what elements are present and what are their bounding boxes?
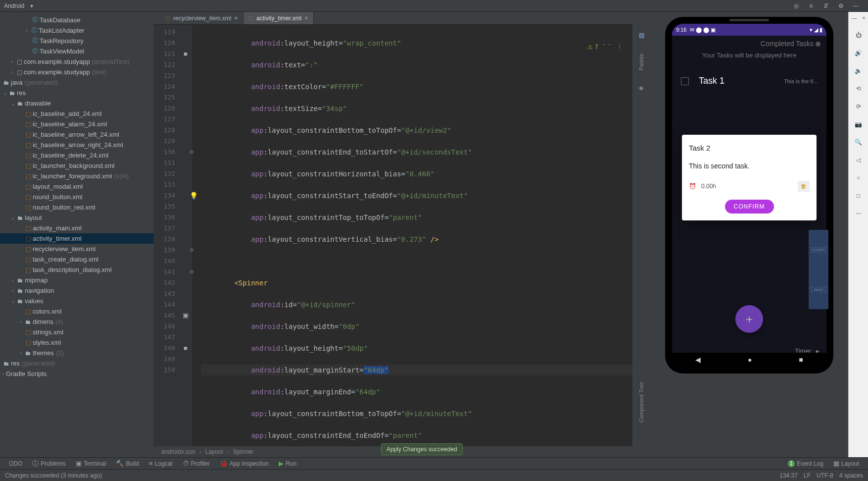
back-icon[interactable]: ◁ [853,155,864,165]
tree-gradle-scripts[interactable]: ›Gradle Scripts [0,369,153,379]
rotate-left-icon[interactable]: ⟲ [853,83,864,94]
home-icon[interactable]: ● [748,356,752,364]
project-tree[interactable]: ⒸTaskDatabase ›ⒸTaskListAdapter ⒸTaskRep… [0,12,153,457]
tree-class-tasklistadapter[interactable]: ›ⒸTaskListAdapter [0,25,153,36]
tool-app-inspection[interactable]: 🐞App Inspection [215,460,274,467]
tool-logcat[interactable]: ≡Logcat [144,460,178,467]
back-icon[interactable]: ◀ [695,356,701,364]
tree-file[interactable]: ⬚recyclerview_item.xml [0,244,153,254]
tree-folder-themes[interactable]: ›🖿themes(2) [0,348,153,358]
tree-file[interactable]: ⬚task_create_dialog.xml [0,254,153,265]
updown-nav-icon[interactable]: ˆ ˇ [603,44,612,51]
tree-file[interactable]: ⬚round_button.xml [0,192,153,202]
line-separator[interactable]: LF [804,472,811,479]
target-icon[interactable]: ◎ [792,1,801,10]
menu-icon[interactable]: ⋮ [617,44,623,51]
layers-icon[interactable]: ▤ [639,32,644,39]
blueprint-preview[interactable]: START view2 [809,230,828,309]
tree-folder-res[interactable]: ⌄🖿res [0,88,153,98]
fold-icon[interactable]: ⊖ [190,147,199,158]
fold-icon[interactable]: ⊖ [190,267,199,277]
tree-file[interactable]: ⬚strings.xml [0,327,153,337]
close-icon[interactable]: × [234,14,238,22]
tree-file[interactable]: ⬚task_description_dialog.xml [0,265,153,275]
tree-file[interactable]: ⬚colors.xml [0,306,153,317]
more-icon[interactable]: ⋯ [853,208,864,219]
tree-file[interactable]: ⬚ic_baseline_delete_24.xml [0,150,153,160]
tree-file[interactable]: ⬚ic_baseline_arrow_right_24.xml [0,140,153,150]
tree-folder-values[interactable]: ⌄🖿values [0,296,153,306]
task-row-1[interactable]: Task 1 This is the fi... [672,71,826,91]
lightbulb-icon[interactable]: 💡 [190,190,199,201]
volume-up-icon[interactable]: 🔊 [853,48,864,58]
home-icon[interactable]: ○ [853,172,864,183]
tree-folder-res-generated[interactable]: 🖿res(generated) [0,358,153,369]
editor-tab-recyclerview[interactable]: ⬚ recyclerview_item.xml × [160,12,243,24]
tree-file[interactable]: ⬚ic_baseline_arrow_left_24.xml [0,129,153,140]
tree-folder-layout[interactable]: ⌄🖿layout [0,213,153,223]
tool-profiler[interactable]: ⏱Profiler [178,460,215,467]
tree-file-selected[interactable]: ⬚activity_timer.xml [0,233,153,244]
tree-folder-dimens[interactable]: ›🖿dimens(4) [0,317,153,327]
tree-file[interactable]: ⬚ic_baseline_alarm_24.xml [0,119,153,129]
tree-package-test[interactable]: ›▢com.example.studyapp(test) [0,67,153,77]
tool-todo[interactable]: ODO [4,460,27,467]
breadcrumb-item[interactable]: Spinner [231,448,255,455]
tree-folder-java-generated[interactable]: 🖿java(generated) [0,77,153,88]
component-tree-tab[interactable]: Component Tree [638,382,644,423]
tool-build[interactable]: 🔨Build [111,460,144,467]
fab-add-button[interactable]: ＋ [735,305,763,333]
tree-folder-mipmap[interactable]: ›🖿mipmap [0,275,153,285]
editor-warnings-badge[interactable]: ⚠ 7 ˆ ˇ ⋮ [587,44,623,51]
tree-file[interactable]: ⬚ic_baseline_add_24.xml [0,108,153,119]
checkbox[interactable] [681,77,689,85]
power-icon[interactable]: ⏻ [853,30,864,41]
minimize-icon[interactable]: — [851,15,857,21]
zoom-in-icon[interactable]: 🔍 [853,137,864,148]
tree-file[interactable]: ⬚layout_modal.xml [0,181,153,192]
completed-tasks-header[interactable]: Completed Tasks [672,36,826,50]
tree-file[interactable]: ⬚ic_launcher_background.xml [0,160,153,171]
tool-run[interactable]: ▶Run [274,460,301,467]
confirm-button[interactable]: CONFIRM [725,200,774,214]
gear-icon[interactable]: ⚙ [836,1,845,10]
tree-file[interactable]: ⬚styles.xml [0,337,153,348]
sort-icon[interactable]: ⇵ [821,1,830,10]
editor-tab-activity-timer[interactable]: ⬚ activity_timer.xml × [243,12,314,24]
tree-file[interactable]: ⬚ic_launcher_foreground.xml(v24) [0,171,153,181]
chevron-down-icon[interactable]: ▾ [27,1,36,10]
tree-folder-drawable[interactable]: ⌄🖿drawable [0,98,153,108]
rotate-right-icon[interactable]: ⟳ [853,101,864,112]
overview-icon[interactable]: □ [853,190,864,201]
close-icon[interactable]: × [304,14,308,22]
eye-icon[interactable]: 👁 [638,85,644,92]
project-view-dropdown[interactable]: Android [4,2,24,9]
alarm-icon[interactable]: ⏰ [689,183,696,190]
tool-terminal[interactable]: ▣Terminal [71,460,111,467]
tree-class-taskrepository[interactable]: ⒸTaskRepository [0,36,153,46]
filter-icon[interactable]: ≡ [807,1,816,10]
minimize-icon[interactable]: — [851,1,860,10]
tree-file[interactable]: ⬚activity_main.xml [0,223,153,233]
tree-class-taskviewmodel[interactable]: ⒸTaskViewModel [0,46,153,56]
tool-layout-inspector[interactable]: ▦Layout [828,460,864,467]
indent-info[interactable]: 4 spaces [839,472,863,479]
delete-button[interactable]: 🗑 [798,181,810,192]
volume-down-icon[interactable]: 🔉 [853,65,864,76]
close-icon[interactable]: × [862,15,865,21]
caret-position[interactable]: 134:37 [779,472,798,479]
device-screen[interactable]: 9:16 ✉ ⬤ ⬤ ▣ ▾ ◢ ▮ Completed Tasks Your … [672,24,826,367]
camera-icon[interactable]: 📷 [853,119,864,130]
tree-file[interactable]: ⬚round_button_red.xml [0,202,153,213]
fold-icon[interactable]: ⊖ [190,245,199,256]
encoding[interactable]: UTF-8 [817,472,833,479]
tree-class-taskdatabase[interactable]: ⒸTaskDatabase [0,15,153,25]
tree-folder-navigation[interactable]: ›🖿navigation [0,285,153,296]
tool-problems[interactable]: ⓘProblems [27,459,71,468]
tool-event-log[interactable]: 1Event Log [783,460,828,467]
breadcrumb-item[interactable]: Layout [203,448,225,455]
code-editor[interactable]: ⚠ 7 ˆ ˇ ⋮ 119120121122123124125126127128… [153,25,632,446]
breadcrumb-item[interactable]: androidx.con [159,448,197,455]
code-body[interactable]: android:layout_height="wrap_content" and… [192,25,632,446]
tree-package-androidtest[interactable]: ›▢com.example.studyapp(androidTest) [0,56,153,67]
